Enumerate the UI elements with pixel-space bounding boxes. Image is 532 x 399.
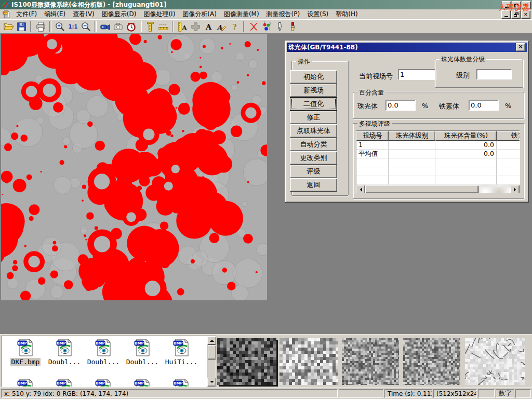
table-col-0[interactable]: 视场号 <box>356 131 389 141</box>
op-button-4[interactable]: 点取珠光体 <box>290 124 337 138</box>
sample-thumb-2[interactable] <box>280 338 338 385</box>
file-label: Doubl... <box>47 358 82 366</box>
table-row-1[interactable]: 平均值0.0 <box>356 150 520 158</box>
file-item-Doubl...[interactable]: BMPDoubl... <box>124 339 161 366</box>
op-button-1[interactable]: 新视场 <box>290 84 337 97</box>
current-field-input[interactable]: 1 <box>398 69 436 80</box>
zoom-in-icon[interactable] <box>54 20 66 33</box>
file-item-DKF.bmp[interactable]: BMPDKF.bmp <box>7 339 44 366</box>
percent-group-label: 百分含量 <box>357 88 385 97</box>
menu-item-7[interactable]: 测量报告(P) <box>263 9 304 19</box>
status-empty-3 <box>515 389 531 398</box>
table-cell <box>435 167 497 176</box>
camera-capture-icon[interactable] <box>112 20 125 33</box>
help-icon[interactable]: ? <box>228 20 241 33</box>
svg-text:BMP: BMP <box>135 381 143 385</box>
timer-icon[interactable] <box>125 20 138 33</box>
scroll-right-button[interactable] <box>511 185 520 193</box>
classify-points-icon[interactable]: 123 <box>260 20 273 33</box>
op-button-6[interactable]: 更改类别 <box>290 151 337 165</box>
table-cell <box>356 176 389 184</box>
menu-item-9[interactable]: 帮助(H) <box>332 9 361 19</box>
dialog-title: 珠光体(GB/T9441-88) <box>288 43 358 52</box>
annotate-icon[interactable]: A <box>215 20 228 33</box>
ruler-icon[interactable] <box>157 20 170 33</box>
toolbar-separator <box>140 21 142 32</box>
toolbar-separator <box>49 21 51 32</box>
menu-item-3[interactable]: 图像显示(D) <box>98 9 140 19</box>
scroll-up-button[interactable] <box>207 336 216 345</box>
zoom-out-icon[interactable] <box>79 20 92 33</box>
table-row-0[interactable]: 10.0 <box>356 141 520 150</box>
menu-item-8[interactable]: 设置(S) <box>303 9 332 19</box>
file-item-next-row[interactable]: BMP <box>124 379 161 387</box>
file-item-HuiTi...[interactable]: BMPHuiTi... <box>163 339 200 366</box>
op-button-5[interactable]: 自动分类 <box>290 138 337 151</box>
file-label: Doubl... <box>86 358 121 366</box>
op-button-2[interactable]: 二值化 <box>290 97 337 111</box>
print-icon[interactable] <box>34 20 47 33</box>
pearlite-percent-input[interactable]: 0.0 <box>385 100 416 111</box>
scroll-left-button[interactable] <box>356 185 365 193</box>
open-file-icon[interactable] <box>2 20 15 33</box>
file-item-next-row[interactable]: BMP <box>85 379 122 387</box>
file-item-next-row[interactable]: BMP <box>46 379 83 387</box>
op-button-0[interactable]: 初始化 <box>290 70 337 84</box>
file-item-next-row[interactable]: BMP <box>163 379 200 387</box>
table-cell <box>497 167 520 176</box>
table-col-1[interactable]: 珠光体级别 <box>389 131 435 141</box>
ferrite-percent-input[interactable]: 0.0 <box>469 100 499 111</box>
op-button-3[interactable]: 修正 <box>290 111 337 124</box>
table-row-3[interactable] <box>356 167 520 176</box>
table-row-4[interactable] <box>356 176 520 185</box>
document-icon[interactable]: DOC <box>2 10 10 18</box>
save-icon[interactable] <box>15 20 28 33</box>
level-input[interactable] <box>476 69 512 79</box>
file-label: HuiTi... <box>164 358 199 366</box>
svg-text:?: ? <box>232 23 236 31</box>
caliper-icon[interactable] <box>144 20 157 33</box>
menu-item-2[interactable]: 查看(V) <box>69 9 98 19</box>
table-cell <box>389 150 435 158</box>
table-col-2[interactable]: 珠光体含量(%) <box>435 131 497 141</box>
op-button-7[interactable]: 评级 <box>290 165 337 178</box>
measure-label-icon[interactable]: A <box>176 20 189 33</box>
micrograph-image[interactable] <box>1 34 267 300</box>
bmp-file-icon: BMP <box>56 339 73 356</box>
grid-cross-icon[interactable] <box>189 20 202 33</box>
table-col-3[interactable]: 铁素体含量(%) <box>497 131 520 141</box>
file-list[interactable]: BMPDKF.bmpBMPDoubl...BMPDoubl...BMPDoubl… <box>1 336 216 387</box>
sample-thumb-1[interactable] <box>217 338 276 385</box>
curve-tool-icon[interactable] <box>247 20 260 33</box>
scroll-down-button[interactable] <box>207 378 216 387</box>
table-cell: 0.0 <box>435 141 497 149</box>
toolbar-separator <box>95 21 97 32</box>
sample-thumb-5[interactable] <box>465 338 525 385</box>
video-camera-icon[interactable] <box>99 20 112 33</box>
file-item-Doubl...[interactable]: BMPDoubl... <box>85 339 122 366</box>
menu-item-6[interactable]: 图像测量(M) <box>220 9 263 19</box>
file-list-v-scrollbar[interactable] <box>207 336 216 387</box>
scroll-thumb[interactable] <box>208 345 216 360</box>
sample-thumb-3[interactable] <box>342 338 399 385</box>
status-empty-1 <box>339 389 383 398</box>
table-row-2[interactable] <box>356 158 520 167</box>
table-cell <box>356 158 389 167</box>
actual-size-icon[interactable]: 1:1 <box>66 20 79 33</box>
sample-thumb-4[interactable] <box>403 338 460 385</box>
menu-item-4[interactable]: 图像处理(I) <box>140 9 179 19</box>
menu-item-0[interactable]: 文件(F) <box>12 9 41 19</box>
scroll-thumb[interactable] <box>365 185 478 193</box>
table-h-scrollbar[interactable] <box>356 185 520 193</box>
rating-table[interactable]: 视场号珠光体级别珠光体含量(%)铁素体含量(%) 10.0平均值0.0 <box>356 130 520 193</box>
brush-icon[interactable] <box>286 20 299 33</box>
dialog-close-button[interactable]: × <box>516 43 525 51</box>
file-item-next-row[interactable]: BMP <box>7 379 44 387</box>
op-button-8[interactable]: 返回 <box>290 178 337 192</box>
file-item-Doubl...[interactable]: BMPDoubl... <box>46 339 83 366</box>
text-label-icon[interactable]: A <box>202 20 215 33</box>
menu-item-1[interactable]: 编辑(E) <box>41 9 69 19</box>
ink-pen-icon[interactable] <box>273 20 286 33</box>
menu-item-5[interactable]: 图像分析(A) <box>179 9 220 19</box>
vendor-watermark: 大理仪器 <box>499 3 530 12</box>
